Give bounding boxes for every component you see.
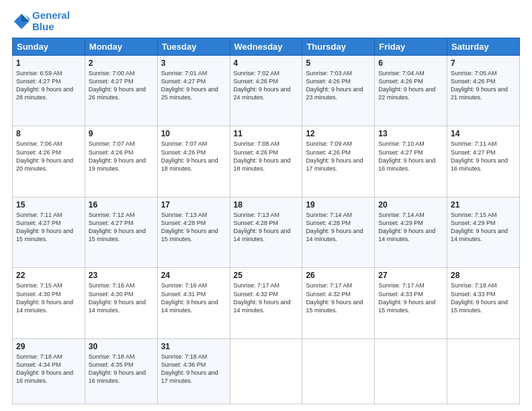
calendar-cell: 11Sunrise: 7:08 AMSunset: 4:26 PMDayligh… — [230, 126, 302, 197]
day-info: Sunrise: 7:08 AMSunset: 4:26 PMDaylight:… — [234, 140, 299, 173]
day-number: 1 — [16, 58, 81, 68]
day-number: 11 — [234, 129, 299, 138]
calendar-cell: 12Sunrise: 7:09 AMSunset: 4:26 PMDayligh… — [302, 126, 375, 197]
day-info: Sunrise: 7:11 AMSunset: 4:27 PMDaylight:… — [451, 140, 516, 173]
day-info: Sunrise: 7:18 AMSunset: 4:33 PMDaylight:… — [451, 281, 516, 314]
day-info: Sunrise: 7:00 AMSunset: 4:27 PMDaylight:… — [89, 69, 154, 102]
day-info: Sunrise: 7:17 AMSunset: 4:32 PMDaylight:… — [306, 281, 371, 314]
day-number: 3 — [161, 58, 226, 68]
calendar-cell: 3Sunrise: 7:01 AMSunset: 4:27 PMDaylight… — [157, 56, 230, 126]
day-number: 17 — [161, 200, 226, 210]
weekday-header-tuesday: Tuesday — [157, 38, 230, 56]
day-info: Sunrise: 7:16 AMSunset: 4:30 PMDaylight:… — [89, 281, 154, 314]
day-info: Sunrise: 7:16 AMSunset: 4:31 PMDaylight:… — [161, 281, 226, 314]
calendar-cell: 26Sunrise: 7:17 AMSunset: 4:32 PMDayligh… — [302, 268, 375, 338]
day-info: Sunrise: 7:03 AMSunset: 4:26 PMDaylight:… — [306, 69, 371, 102]
day-info: Sunrise: 7:15 AMSunset: 4:30 PMDaylight:… — [16, 281, 81, 314]
day-number: 10 — [161, 129, 226, 138]
calendar-cell: 5Sunrise: 7:03 AMSunset: 4:26 PMDaylight… — [302, 56, 375, 126]
calendar-cell: 20Sunrise: 7:14 AMSunset: 4:29 PMDayligh… — [375, 197, 447, 267]
calendar-cell: 15Sunrise: 7:11 AMSunset: 4:27 PMDayligh… — [13, 197, 85, 267]
day-info: Sunrise: 7:11 AMSunset: 4:27 PMDaylight:… — [16, 211, 81, 244]
page: General Blue SundayMondayTuesdayWednesda… — [0, 0, 532, 411]
day-info: Sunrise: 7:01 AMSunset: 4:27 PMDaylight:… — [161, 69, 226, 102]
calendar-cell: 18Sunrise: 7:13 AMSunset: 4:28 PMDayligh… — [230, 197, 302, 267]
calendar-cell: 13Sunrise: 7:10 AMSunset: 4:27 PMDayligh… — [375, 126, 447, 197]
day-number: 25 — [234, 271, 299, 280]
day-number: 21 — [451, 200, 516, 210]
day-info: Sunrise: 7:02 AMSunset: 4:26 PMDaylight:… — [234, 69, 299, 102]
day-number: 27 — [378, 271, 443, 280]
day-info: Sunrise: 7:12 AMSunset: 4:27 PMDaylight:… — [89, 211, 154, 244]
day-number: 29 — [16, 342, 81, 351]
weekday-header-wednesday: Wednesday — [230, 38, 302, 56]
day-info: Sunrise: 7:07 AMSunset: 4:26 PMDaylight:… — [161, 140, 226, 173]
weekday-header-thursday: Thursday — [302, 38, 375, 56]
day-info: Sunrise: 7:07 AMSunset: 4:26 PMDaylight:… — [89, 140, 154, 173]
day-info: Sunrise: 7:18 AMSunset: 4:35 PMDaylight:… — [89, 353, 154, 385]
logo-line1: General — [32, 10, 70, 21]
calendar-cell: 1Sunrise: 6:59 AMSunset: 4:27 PMDaylight… — [13, 56, 85, 126]
day-number: 6 — [378, 58, 443, 68]
day-number: 20 — [378, 200, 443, 210]
day-number: 4 — [234, 58, 299, 68]
calendar-cell: 22Sunrise: 7:15 AMSunset: 4:30 PMDayligh… — [13, 268, 85, 338]
day-info: Sunrise: 7:04 AMSunset: 4:26 PMDaylight:… — [378, 69, 443, 102]
calendar-cell: 31Sunrise: 7:18 AMSunset: 4:36 PMDayligh… — [157, 338, 230, 404]
calendar-cell: 14Sunrise: 7:11 AMSunset: 4:27 PMDayligh… — [447, 126, 520, 197]
day-info: Sunrise: 7:17 AMSunset: 4:32 PMDaylight:… — [234, 281, 299, 314]
day-number: 28 — [451, 271, 516, 280]
day-number: 23 — [89, 271, 154, 280]
calendar-cell: 2Sunrise: 7:00 AMSunset: 4:27 PMDaylight… — [85, 56, 157, 126]
day-number: 15 — [16, 200, 81, 210]
logo-icon — [12, 12, 31, 31]
day-info: Sunrise: 7:15 AMSunset: 4:29 PMDaylight:… — [451, 211, 516, 244]
day-number: 2 — [89, 58, 154, 68]
day-info: Sunrise: 7:13 AMSunset: 4:28 PMDaylight:… — [234, 211, 299, 244]
weekday-header-monday: Monday — [85, 38, 157, 56]
calendar-cell: 25Sunrise: 7:17 AMSunset: 4:32 PMDayligh… — [230, 268, 302, 338]
day-number: 12 — [306, 129, 371, 138]
calendar-table: SundayMondayTuesdayWednesdayThursdayFrid… — [12, 38, 520, 404]
weekday-header-friday: Friday — [375, 38, 447, 56]
calendar-cell: 27Sunrise: 7:17 AMSunset: 4:33 PMDayligh… — [375, 268, 447, 338]
logo-line2: Blue — [32, 21, 70, 33]
calendar-cell: 9Sunrise: 7:07 AMSunset: 4:26 PMDaylight… — [85, 126, 157, 197]
header: General Blue — [12, 10, 520, 32]
day-info: Sunrise: 7:06 AMSunset: 4:26 PMDaylight:… — [16, 140, 81, 173]
day-info: Sunrise: 7:14 AMSunset: 4:29 PMDaylight:… — [378, 211, 443, 244]
day-info: Sunrise: 7:05 AMSunset: 4:26 PMDaylight:… — [451, 69, 516, 102]
day-info: Sunrise: 7:14 AMSunset: 4:28 PMDaylight:… — [306, 211, 371, 244]
day-number: 9 — [89, 129, 154, 138]
day-number: 5 — [306, 58, 371, 68]
day-info: Sunrise: 7:10 AMSunset: 4:27 PMDaylight:… — [378, 140, 443, 173]
calendar-cell — [375, 338, 447, 404]
calendar-cell: 7Sunrise: 7:05 AMSunset: 4:26 PMDaylight… — [447, 56, 520, 126]
calendar-cell: 24Sunrise: 7:16 AMSunset: 4:31 PMDayligh… — [157, 268, 230, 338]
day-number: 26 — [306, 271, 371, 280]
calendar-cell: 17Sunrise: 7:13 AMSunset: 4:28 PMDayligh… — [157, 197, 230, 267]
calendar-cell: 30Sunrise: 7:18 AMSunset: 4:35 PMDayligh… — [85, 338, 157, 404]
calendar-cell — [230, 338, 302, 404]
day-number: 16 — [89, 200, 154, 210]
day-number: 24 — [161, 271, 226, 280]
calendar-cell: 6Sunrise: 7:04 AMSunset: 4:26 PMDaylight… — [375, 56, 447, 126]
calendar-cell: 29Sunrise: 7:18 AMSunset: 4:34 PMDayligh… — [13, 338, 85, 404]
weekday-header-saturday: Saturday — [447, 38, 520, 56]
day-number: 13 — [378, 129, 443, 138]
calendar-cell — [447, 338, 520, 404]
calendar-cell: 4Sunrise: 7:02 AMSunset: 4:26 PMDaylight… — [230, 56, 302, 126]
calendar-cell: 10Sunrise: 7:07 AMSunset: 4:26 PMDayligh… — [157, 126, 230, 197]
calendar-cell — [302, 338, 375, 404]
day-number: 31 — [161, 342, 226, 351]
day-number: 8 — [16, 129, 81, 138]
day-number: 30 — [89, 342, 154, 351]
day-number: 22 — [16, 271, 81, 280]
calendar-cell: 19Sunrise: 7:14 AMSunset: 4:28 PMDayligh… — [302, 197, 375, 267]
calendar-cell: 16Sunrise: 7:12 AMSunset: 4:27 PMDayligh… — [85, 197, 157, 267]
calendar-cell: 28Sunrise: 7:18 AMSunset: 4:33 PMDayligh… — [447, 268, 520, 338]
day-number: 19 — [306, 200, 371, 210]
day-info: Sunrise: 7:17 AMSunset: 4:33 PMDaylight:… — [378, 281, 443, 314]
day-info: Sunrise: 7:18 AMSunset: 4:34 PMDaylight:… — [16, 353, 81, 385]
day-number: 14 — [451, 129, 516, 138]
